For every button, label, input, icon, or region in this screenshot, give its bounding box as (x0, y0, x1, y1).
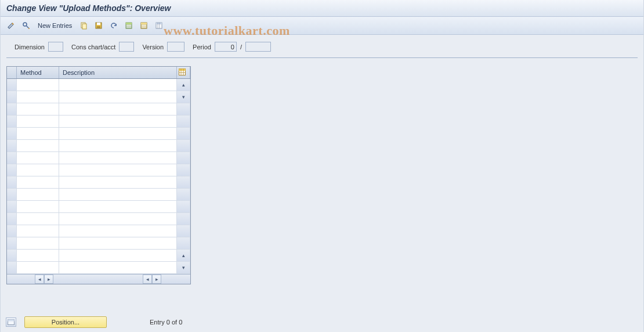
hscroll-right-icon[interactable]: ◂ (143, 275, 152, 284)
vscroll-cell[interactable] (177, 225, 190, 237)
cell-description[interactable] (59, 79, 177, 91)
table-row[interactable]: ▾ (7, 262, 190, 274)
save-icon[interactable] (93, 20, 104, 31)
selection-icon[interactable] (6, 317, 16, 327)
period-field[interactable] (215, 42, 237, 52)
position-button[interactable]: Position... (24, 316, 107, 328)
select-all-icon[interactable] (123, 20, 135, 31)
cell-description[interactable] (59, 262, 177, 273)
hscroll-left-icon[interactable]: ▸ (44, 275, 53, 284)
cell-description[interactable] (59, 152, 177, 164)
cell-description[interactable] (59, 103, 177, 115)
table-row[interactable]: ▴ (7, 250, 190, 262)
row-selector[interactable] (7, 152, 17, 164)
cell-method[interactable] (17, 176, 59, 188)
cell-method[interactable] (17, 116, 59, 127)
vscroll-cell[interactable] (177, 164, 190, 176)
vscroll-cell[interactable] (177, 140, 190, 151)
cell-description[interactable] (59, 176, 177, 188)
cell-method[interactable] (17, 189, 59, 200)
row-selector[interactable] (7, 262, 17, 273)
table-row[interactable] (7, 201, 190, 213)
hscroll-left-end-icon[interactable]: ◂ (35, 275, 44, 284)
cell-method[interactable] (17, 213, 59, 225)
row-selector[interactable] (7, 91, 17, 103)
cell-description[interactable] (59, 201, 177, 212)
cell-method[interactable] (17, 237, 59, 249)
table-row[interactable] (7, 189, 190, 201)
cell-method[interactable] (17, 79, 59, 91)
row-selector[interactable] (7, 164, 17, 176)
toggle-display-change-icon[interactable] (5, 20, 17, 31)
cell-method[interactable] (17, 250, 59, 261)
vscroll-cell[interactable]: ▾ (177, 262, 190, 273)
table-row[interactable] (7, 116, 190, 128)
vscroll-cell[interactable] (177, 201, 190, 212)
row-selector[interactable] (7, 250, 17, 261)
cell-description[interactable] (59, 225, 177, 237)
cell-method[interactable] (17, 103, 59, 115)
table-row[interactable]: ▾ (7, 91, 190, 103)
row-selector[interactable] (7, 201, 17, 212)
vscroll-cell[interactable]: ▴ (177, 79, 190, 91)
hscroll-right-end-icon[interactable]: ▸ (152, 275, 161, 284)
table-row[interactable] (7, 140, 190, 152)
cons-chart-acct-field[interactable] (119, 42, 134, 52)
vscroll-cell[interactable] (177, 152, 190, 164)
cell-description[interactable] (59, 189, 177, 200)
cell-description[interactable] (59, 140, 177, 151)
vscroll-cell[interactable] (177, 116, 190, 127)
table-row[interactable] (7, 152, 190, 164)
vscroll-cell[interactable] (177, 103, 190, 115)
cell-description[interactable] (59, 128, 177, 139)
cell-method[interactable] (17, 91, 59, 103)
version-field[interactable] (167, 42, 184, 52)
cell-description[interactable] (59, 116, 177, 127)
row-selector[interactable] (7, 189, 17, 200)
period-field-2[interactable] (245, 42, 271, 52)
table-row[interactable] (7, 128, 190, 140)
vscroll-cell[interactable] (177, 237, 190, 249)
copy-icon[interactable] (78, 20, 89, 31)
cell-method[interactable] (17, 262, 59, 273)
deselect-all-icon[interactable] (138, 20, 150, 31)
cell-description[interactable] (59, 164, 177, 176)
cell-description[interactable] (59, 250, 177, 261)
row-selector[interactable] (7, 176, 17, 188)
table-row[interactable] (7, 237, 190, 250)
row-selector[interactable] (7, 116, 17, 127)
row-selector[interactable] (7, 213, 17, 225)
cell-method[interactable] (17, 225, 59, 237)
table-row[interactable] (7, 103, 190, 116)
vscroll-cell[interactable]: ▾ (177, 91, 190, 103)
column-selector[interactable] (7, 67, 17, 78)
column-description[interactable]: Description (59, 67, 177, 78)
vscroll-cell[interactable] (177, 189, 190, 200)
row-selector[interactable] (7, 237, 17, 249)
column-configure-icon[interactable] (177, 67, 190, 78)
table-row[interactable] (7, 213, 190, 225)
undo-icon[interactable] (108, 20, 120, 31)
cell-method[interactable] (17, 164, 59, 176)
cell-description[interactable] (59, 237, 177, 249)
table-row[interactable] (7, 164, 190, 176)
vscroll-cell[interactable] (177, 176, 190, 188)
cell-method[interactable] (17, 201, 59, 212)
cell-method[interactable] (17, 152, 59, 164)
table-row[interactable]: ▴ (7, 79, 190, 91)
vscroll-cell[interactable] (177, 128, 190, 139)
cell-description[interactable] (59, 91, 177, 103)
vscroll-cell[interactable]: ▴ (177, 250, 190, 261)
row-selector[interactable] (7, 140, 17, 151)
configure-icon[interactable] (153, 20, 165, 31)
row-selector[interactable] (7, 225, 17, 237)
cell-description[interactable] (59, 213, 177, 225)
select-fields-icon[interactable] (20, 20, 32, 31)
cell-method[interactable] (17, 128, 59, 139)
column-method[interactable]: Method (17, 67, 59, 78)
table-row[interactable] (7, 176, 190, 189)
vscroll-cell[interactable] (177, 213, 190, 225)
dimension-field[interactable] (48, 42, 63, 52)
new-entries-button[interactable]: New Entries (35, 22, 74, 29)
row-selector[interactable] (7, 103, 17, 115)
